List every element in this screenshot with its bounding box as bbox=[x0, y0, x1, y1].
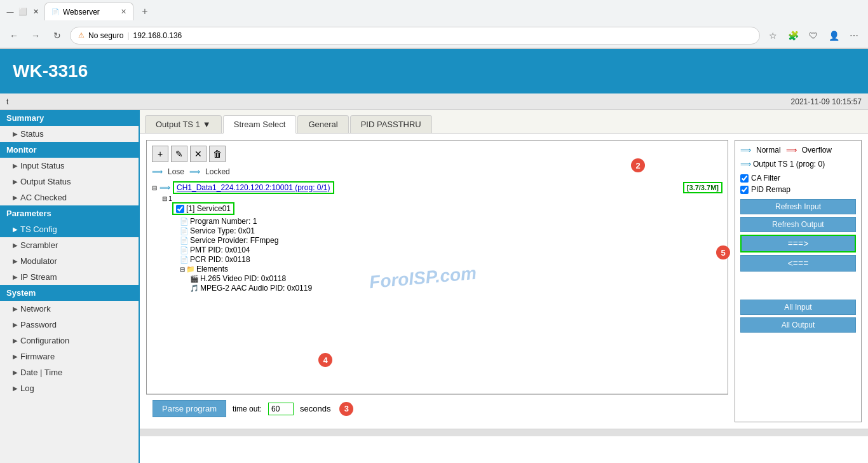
edit-button[interactable]: ✎ bbox=[171, 146, 187, 162]
sidebar-item-log[interactable]: ▶ Log bbox=[0, 380, 139, 396]
sidebar-item-output-status[interactable]: ▶ Output Status bbox=[0, 174, 139, 190]
badge-num-5: 5 bbox=[716, 245, 730, 259]
service-checkbox[interactable] bbox=[176, 205, 184, 213]
arrow-right-button[interactable]: ===> bbox=[740, 235, 856, 252]
address-bar[interactable]: ⚠ No seguro | 192.168.0.136 bbox=[70, 27, 760, 45]
normal-label: Normal bbox=[756, 146, 781, 155]
parse-program-button[interactable]: Parse program bbox=[153, 400, 226, 417]
maximize-button[interactable]: ⬜ bbox=[18, 6, 28, 17]
sidebar-item-ts-config[interactable]: ▶ TS Config bbox=[0, 221, 139, 237]
service-type-label: Service Type: 0x01 bbox=[190, 226, 255, 235]
refresh-input-button[interactable]: Refresh Input bbox=[740, 199, 856, 214]
horizontal-scrollbar[interactable] bbox=[140, 429, 868, 436]
elements-children: 🎬 H.265 Video PID: 0x0118 🎵 MPEG-2 AAC A… bbox=[190, 274, 722, 293]
elements-expand-icon[interactable]: ⊟ bbox=[180, 266, 185, 273]
pid-remap-checkbox[interactable] bbox=[740, 186, 749, 194]
sidebar-label-ip-stream: IP Stream bbox=[20, 272, 57, 282]
tab-close-icon[interactable]: ✕ bbox=[121, 8, 126, 16]
arrow-icon: ▶ bbox=[13, 130, 18, 137]
sidebar-label-datetime: Date | Time bbox=[20, 368, 62, 377]
bitrate-badge: [3.7/3.7M] bbox=[683, 182, 722, 193]
doc-icon4: 📄 bbox=[180, 246, 189, 254]
breadcrumb: t bbox=[6, 97, 8, 106]
bookmarks-icon[interactable]: ☆ bbox=[764, 27, 782, 45]
browser-toolbar: ☆ 🧩 🛡 👤 ⋯ bbox=[764, 27, 863, 45]
sidebar-item-datetime[interactable]: ▶ Date | Time bbox=[0, 364, 139, 380]
service-provider-label: Service Provider: FFmpeg bbox=[190, 236, 278, 245]
arrow-icon: ▶ bbox=[13, 194, 18, 201]
sidebar-label-log: Log bbox=[20, 384, 34, 393]
program-row: ⊟ 1 bbox=[162, 195, 722, 202]
sidebar-item-scrambler[interactable]: ▶ Scrambler bbox=[0, 237, 139, 253]
video-pid-label: H.265 Video PID: 0x0118 bbox=[200, 274, 286, 283]
refresh-button[interactable]: ↻ bbox=[48, 27, 66, 45]
all-input-button[interactable]: All Input bbox=[740, 300, 856, 315]
browser-tab[interactable]: 📄 Webserver ✕ bbox=[44, 3, 133, 20]
service-type-row: 📄 Service Type: 0x01 bbox=[180, 226, 722, 235]
arrow-icon: ▶ bbox=[13, 226, 18, 233]
sidebar-label-ac-checked: AC Checked bbox=[20, 193, 67, 202]
doc-icon2: 📄 bbox=[180, 227, 189, 235]
chevron-down-icon: ▼ bbox=[203, 120, 211, 129]
program-number-row: 📄 Program Number: 1 bbox=[180, 217, 722, 226]
trash-button[interactable]: 🗑 bbox=[209, 146, 226, 162]
pcr-pid-label: PCR PID: 0x0118 bbox=[190, 255, 250, 264]
sidebar-label-ts-config: TS Config bbox=[20, 225, 57, 234]
ch1-label[interactable]: CH1_Data1_224.120.120.2:10001 (prog: 0/1… bbox=[173, 181, 334, 194]
timeout-input[interactable] bbox=[268, 403, 294, 415]
ca-filter-label: CA Filter bbox=[751, 174, 780, 183]
checkboxes-group: CA Filter PID Remap bbox=[740, 174, 856, 194]
elements-label: Elements bbox=[196, 265, 228, 273]
tab-pid-passthru[interactable]: PID PASSTHRU bbox=[350, 115, 432, 133]
new-tab-button[interactable]: + bbox=[137, 4, 153, 19]
ca-filter-checkbox[interactable] bbox=[740, 174, 749, 183]
arrow-icon: ▶ bbox=[13, 242, 18, 249]
forward-button[interactable]: → bbox=[27, 27, 44, 45]
sidebar-label-firmware: Firmware bbox=[20, 352, 55, 361]
sidebar-item-status[interactable]: ▶ Status bbox=[0, 126, 139, 142]
sidebar-item-ac-checked[interactable]: ▶ AC Checked bbox=[0, 190, 139, 205]
shield-icon[interactable]: 🛡 bbox=[804, 27, 822, 45]
expand-icon[interactable]: ⊟ bbox=[162, 195, 167, 202]
arrow-left-button[interactable]: <=== bbox=[740, 255, 856, 272]
sidebar-item-firmware[interactable]: ▶ Firmware bbox=[0, 349, 139, 364]
collapse-icon[interactable]: ⊟ bbox=[152, 184, 157, 191]
pmt-pid-label: PMT PID: 0x0104 bbox=[190, 245, 250, 254]
tab-stream-select[interactable]: Stream Select bbox=[223, 115, 297, 134]
delete-x-button[interactable]: ✕ bbox=[190, 146, 207, 162]
browser-chrome: — ⬜ ✕ 📄 Webserver ✕ + ← → ↻ ⚠ No seguro … bbox=[0, 0, 868, 49]
sidebar-item-password[interactable]: ▶ Password bbox=[0, 317, 139, 333]
extensions-icon[interactable]: 🧩 bbox=[784, 27, 802, 45]
window-controls: — ⬜ ✕ bbox=[5, 6, 41, 17]
tab-output-ts1[interactable]: Output TS 1 ▼ bbox=[145, 115, 222, 133]
sidebar-item-ip-stream[interactable]: ▶ IP Stream bbox=[0, 269, 139, 285]
service-label: [1] Service01 bbox=[186, 204, 231, 213]
all-output-button[interactable]: All Output bbox=[740, 317, 856, 333]
sidebar-item-input-status[interactable]: ▶ Input Status bbox=[0, 158, 139, 174]
output-ts1-label: Output TS 1 (prog: 0) bbox=[753, 160, 825, 169]
arrow-icon: ▶ bbox=[13, 321, 18, 328]
program-number-label: Program Number: 1 bbox=[190, 217, 257, 226]
sidebar-item-network[interactable]: ▶ Network bbox=[0, 301, 139, 317]
tab-general[interactable]: General bbox=[297, 115, 348, 133]
pmt-pid-row: 📄 PMT PID: 0x0104 bbox=[180, 245, 722, 254]
app-body: Summary ▶ Status Monitor ▶ Input Status … bbox=[0, 110, 868, 463]
sidebar-item-modulator[interactable]: ▶ Modulator bbox=[0, 253, 139, 269]
add-button[interactable]: + bbox=[152, 146, 168, 162]
profile-icon[interactable]: 👤 bbox=[825, 27, 843, 45]
menu-icon[interactable]: ⋯ bbox=[845, 27, 863, 45]
doc-icon5: 📄 bbox=[180, 256, 189, 264]
close-button[interactable]: ✕ bbox=[31, 6, 41, 17]
back-button[interactable]: ← bbox=[5, 27, 23, 45]
sidebar-item-configuration[interactable]: ▶ Configuration bbox=[0, 333, 139, 349]
annotation-2-container: 2 bbox=[631, 158, 645, 172]
minimize-button[interactable]: — bbox=[5, 6, 15, 17]
ch1-row: ⊟ ⟹ CH1_Data1_224.120.120.2:10001 (prog:… bbox=[152, 181, 722, 195]
browser-titlebar: — ⬜ ✕ 📄 Webserver ✕ + bbox=[0, 0, 868, 23]
spacer bbox=[740, 274, 856, 300]
tabs-bar: Output TS 1 ▼ Stream Select General PID … bbox=[140, 110, 868, 134]
arrow-icon: ▶ bbox=[13, 369, 18, 376]
refresh-output-button[interactable]: Refresh Output bbox=[740, 217, 856, 232]
bottom-bar: Parse program time out: seconds 3 bbox=[146, 394, 728, 422]
badge-num-3: 3 bbox=[339, 402, 353, 416]
